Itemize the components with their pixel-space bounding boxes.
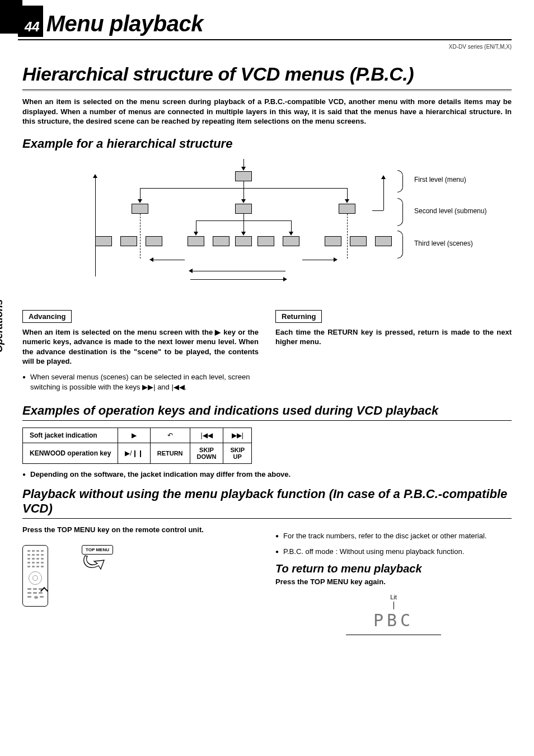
- rnote1: For the track numbers, refer to the disc…: [275, 531, 512, 541]
- display-panel: Lit PBC: [346, 591, 441, 635]
- level1-label: First level (menu): [414, 176, 466, 184]
- section3-instr: Press the TOP MENU key on the remote con…: [22, 525, 259, 534]
- section2-note: Depending on the software, the jacket in…: [22, 469, 512, 480]
- hand-press-icon: [84, 556, 104, 569]
- c2-top: ↶: [150, 428, 190, 443]
- remote-illustration: /*decorative*/: [22, 545, 48, 607]
- c3-bot: SKIPDOWN: [190, 443, 223, 464]
- advancing-text: When an item is selected on the menu scr…: [22, 327, 259, 367]
- rule2: [22, 420, 512, 421]
- pbc-display: PBC: [346, 611, 441, 630]
- sidebar-label: Operations: [0, 299, 5, 353]
- return-instr: Press the TOP MENU key again.: [275, 577, 512, 586]
- row2-label: KENWOOD operation key: [23, 443, 118, 464]
- c1-bot: ▶/❙❙: [118, 443, 150, 464]
- advancing-note: When several menus (scenes) can be selec…: [22, 372, 259, 392]
- lit-label: Lit: [346, 594, 441, 600]
- level3-label: Third level (scenes): [414, 240, 473, 247]
- page-header: 44 Menu playback: [18, 11, 512, 40]
- page-title: Menu playback: [46, 11, 203, 36]
- hierarchy-diagram: First level (menu) Second level (submenu…: [22, 159, 512, 304]
- returning-text: Each time the RETURN key is pressed, ret…: [275, 327, 512, 347]
- intro-paragraph: When an item is selected on the menu scr…: [22, 97, 512, 126]
- series-note: XD-DV series (EN/T,M,X): [22, 44, 512, 50]
- c1-top: ▶: [118, 428, 150, 443]
- c2-bot: RETURN: [150, 443, 190, 464]
- section2-heading: Examples of operation keys and indicatio…: [22, 403, 512, 418]
- level2-label: Second level (submenu): [414, 207, 486, 215]
- advancing-label: Advancing: [22, 310, 72, 323]
- returning-label: Returning: [275, 310, 322, 323]
- section-heading: Hierarchical structure of VCD menus (P.B…: [22, 63, 512, 85]
- c4-top: ▶▶|: [223, 428, 252, 443]
- c3-top: |◀◀: [190, 428, 223, 443]
- rnote2: P.B.C. off mode : Without using menu pla…: [275, 547, 512, 557]
- top-menu-callout: TOP MENU: [82, 545, 113, 578]
- example-heading: Example for a hierarchical structure: [22, 137, 512, 151]
- rule3: [22, 518, 512, 519]
- black-corner-tab: [0, 0, 22, 34]
- section3-heading: Playback without using the menu playback…: [22, 487, 512, 516]
- row1-label: Soft jacket indication: [23, 428, 118, 443]
- keys-table: Soft jacket indication ▶ ↶ |◀◀ ▶▶| KENWO…: [22, 428, 252, 464]
- rule: [22, 90, 512, 91]
- return-heading: To return to menu playback: [275, 562, 512, 575]
- c4-bot: SKIPUP: [223, 443, 252, 464]
